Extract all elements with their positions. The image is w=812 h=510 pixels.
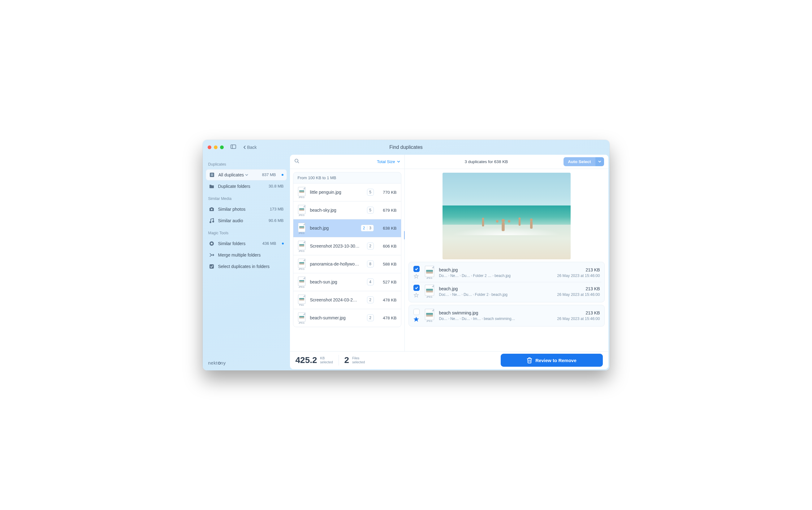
zoom-window-button[interactable] (220, 145, 224, 149)
count-badge: 2 (367, 314, 374, 321)
preview-box (405, 169, 608, 262)
sidebar-item-select-duplicates-in-folders[interactable]: Select duplicates in folders (206, 261, 287, 272)
file-size: 770 KB (378, 190, 397, 195)
duplicate-meta: 213 KB26 May 2023 at 15:46:00 (557, 310, 600, 321)
file-row[interactable]: PNGScreenshot 2024-03-2…2478 KB (293, 291, 401, 309)
svg-rect-3 (211, 174, 213, 174)
sidebar-item-merge-multiple-folders[interactable]: Merge multiple folders (206, 249, 287, 261)
file-row[interactable]: JPEGbeach.jpg23638 KB (293, 219, 401, 237)
merge-icon (209, 252, 214, 258)
duplicate-name: beach.jpg (439, 286, 554, 291)
svg-point-6 (211, 208, 212, 210)
duplicates-summary: 3 duplicates for 638 KB (409, 159, 564, 164)
duplicate-row[interactable]: JPEGbeach swimming.jpgDo…›Ne…›Du…›Im…›be… (412, 306, 601, 325)
sort-dropdown[interactable]: Total Size (377, 159, 400, 164)
sidebar-item-value: 837 MB (262, 172, 276, 177)
duplicate-info: beach swimming.jpgDo…›Ne…›Du…›Im…›beach … (439, 310, 554, 321)
duplicate-meta: 213 KB26 May 2023 at 15:46:00 (557, 286, 600, 297)
sidebar-item-label: All duplicates (219, 172, 258, 177)
close-window-button[interactable] (208, 145, 211, 149)
chevron-down-icon (397, 160, 400, 163)
sidebar-item-similar-photos[interactable]: Similar photos 173 MB (206, 204, 287, 215)
file-name: beach-sky.jpg (310, 208, 363, 213)
file-row[interactable]: JPEGpanoramica-de-hollywo…8588 KB (293, 255, 401, 273)
duplicate-name: beach swimming.jpg (439, 310, 554, 315)
file-thumb-icon: JPEG (297, 223, 307, 233)
detail-column: JPEGbeach.jpgDo…›Ne…›Du…›Folder 2 c…›bea… (405, 169, 608, 351)
review-to-remove-button[interactable]: Review to Remove (501, 354, 603, 367)
file-thumb-icon: JPEG (297, 187, 307, 197)
main-panel: Total Size 3 duplicates for 638 KB Auto … (290, 155, 608, 369)
file-name: beach-summer.jpg (310, 315, 363, 320)
file-size: 588 KB (378, 262, 397, 266)
camera-icon (209, 206, 214, 212)
count-badge: 23 (361, 225, 374, 231)
duplicate-date: 26 May 2023 at 15:46:00 (557, 317, 600, 321)
file-row[interactable]: JPEGlittle penguin.jpg5770 KB (293, 183, 401, 201)
toolbar-right: 3 duplicates for 638 KB Auto Select (405, 155, 608, 169)
titlebar: Back Find duplicates (203, 140, 610, 155)
file-thumb-icon: JPEG (424, 285, 435, 298)
file-row[interactable]: JPEGbeach-sky.jpg5679 KB (293, 201, 401, 219)
status-dot-icon (282, 174, 284, 176)
window-title: Find duplicates (203, 144, 610, 150)
list-icon (209, 172, 215, 178)
file-thumb-icon: JPEG (297, 313, 307, 323)
check-square-icon (209, 264, 214, 269)
file-thumb-icon: PNG (297, 294, 307, 305)
selected-size-label: selected (320, 360, 333, 364)
duplicate-row[interactable]: JPEGbeach.jpgDoc…›Ne…›Du…›Folder 2›beach… (412, 282, 601, 301)
star-icon[interactable] (414, 274, 419, 279)
selected-count-value: 2 (344, 355, 349, 365)
file-thumb-icon: JPEG (297, 241, 307, 251)
sidebar-toggle-button[interactable] (231, 144, 236, 150)
star-icon[interactable] (414, 293, 419, 298)
count-badge: 4 (367, 279, 374, 285)
star-icon[interactable] (414, 317, 419, 322)
sidebar: DuplicatesAll duplicates 837 MBDuplicate… (203, 155, 290, 370)
folder-icon (209, 183, 214, 189)
file-row[interactable]: JPEGbeach-summer.jpg2478 KB (293, 309, 401, 327)
auto-select-dropdown[interactable] (596, 157, 604, 166)
svg-marker-15 (414, 317, 418, 321)
minimize-window-button[interactable] (214, 145, 218, 149)
sidebar-item-similar-audio[interactable]: Similar audio 90.6 MB (206, 215, 287, 226)
file-size: 478 KB (378, 316, 397, 320)
file-row[interactable]: JPEGbeach-sun.jpg4527 KB (293, 273, 401, 291)
sidebar-item-value: 30.8 MB (269, 184, 284, 189)
selected-size-value: 425.2 (295, 355, 317, 365)
traffic-lights (208, 145, 224, 149)
count-badge: 2 (367, 296, 374, 303)
checkbox[interactable] (413, 266, 419, 272)
svg-point-7 (210, 222, 211, 223)
footer: 425.2 KB selected 2 Files selected (290, 351, 608, 369)
duplicate-date: 26 May 2023 at 15:46:00 (557, 274, 600, 278)
duplicate-row[interactable]: JPEGbeach.jpgDo…›Ne…›Du…›Folder 2 c…›bea… (412, 263, 601, 282)
selected-size-stat: 425.2 KB selected (295, 355, 333, 365)
chevron-down-icon (598, 160, 601, 163)
preview-image[interactable] (442, 173, 571, 259)
svg-marker-14 (414, 293, 418, 297)
chevron-left-icon (243, 145, 246, 149)
file-list-column[interactable]: From 100 KB to 1 MB JPEGlittle penguin.j… (290, 169, 405, 351)
selected-size-unit: KB (320, 356, 333, 360)
file-row[interactable]: JPEGScreenshot 2023-10-30…2606 KB (293, 237, 401, 255)
back-button[interactable]: Back (243, 145, 257, 150)
count-badge: 5 (367, 207, 374, 214)
file-size: 679 KB (378, 208, 397, 213)
checkbox[interactable] (413, 309, 419, 315)
file-name: Screenshot 2024-03-2… (310, 298, 363, 302)
checkbox[interactable] (413, 285, 419, 291)
sidebar-item-similar-folders[interactable]: Similar folders 436 MB (206, 238, 287, 249)
app-window: Back Find duplicates DuplicatesAll dupli… (203, 140, 610, 370)
duplicate-info: beach.jpgDoc…›Ne…›Du…›Folder 2›beach.jpg (439, 286, 554, 297)
sidebar-item-all-duplicates[interactable]: All duplicates 837 MB (206, 169, 287, 180)
svg-line-12 (298, 162, 299, 163)
auto-select-button[interactable]: Auto Select (563, 157, 595, 166)
duplicate-size: 213 KB (557, 310, 600, 315)
file-name: panoramica-de-hollywo… (310, 261, 363, 266)
search-icon[interactable] (294, 159, 299, 165)
sidebar-item-duplicate-folders[interactable]: Duplicate folders 30.8 MB (206, 181, 287, 192)
footer-divider (339, 355, 339, 366)
sidebar-item-label: Similar folders (218, 241, 259, 246)
